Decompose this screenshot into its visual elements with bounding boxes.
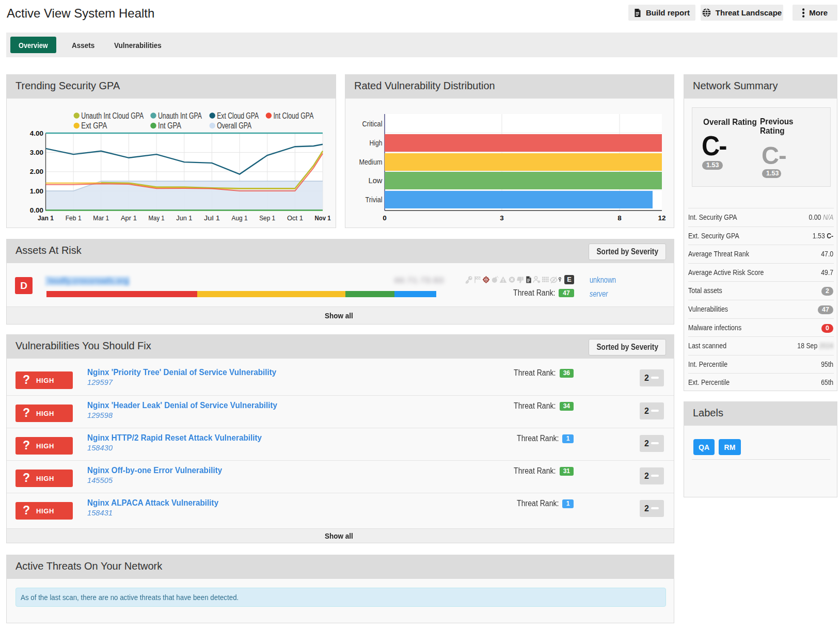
svg-text:4.00: 4.00	[30, 130, 43, 137]
svg-text:1.00: 1.00	[30, 187, 43, 195]
svg-text:Trivial: Trivial	[366, 196, 383, 204]
svg-text:3: 3	[500, 214, 504, 222]
svg-text:Low: Low	[369, 176, 383, 185]
svg-text:Unauth Int Cloud GPA: Unauth Int Cloud GPA	[81, 111, 144, 120]
svg-text:Feb 1: Feb 1	[66, 214, 82, 222]
svg-text:Sep 1: Sep 1	[259, 214, 275, 222]
svg-text:Oct 1: Oct 1	[287, 214, 303, 222]
svg-text:Jul 1: Jul 1	[204, 214, 220, 222]
svg-text:2.00: 2.00	[30, 168, 43, 175]
svg-text:Int GPA: Int GPA	[158, 121, 181, 130]
svg-text:Overall GPA: Overall GPA	[217, 121, 251, 130]
svg-text:Unauth Int GPA: Unauth Int GPA	[158, 111, 202, 120]
svg-text:High: High	[370, 139, 383, 147]
svg-text:Nov 1: Nov 1	[315, 214, 331, 222]
svg-text:May 1: May 1	[149, 214, 165, 222]
svg-text:Apr 1: Apr 1	[121, 214, 137, 222]
svg-text:Ext GPA: Ext GPA	[81, 121, 107, 130]
svg-text:3.00: 3.00	[30, 149, 43, 156]
svg-text:Aug 1: Aug 1	[232, 214, 248, 222]
svg-text:Jan 1: Jan 1	[38, 214, 54, 222]
svg-text:Medium: Medium	[359, 158, 383, 166]
svg-text:Critical: Critical	[362, 120, 383, 128]
svg-text:Mar 1: Mar 1	[93, 214, 109, 222]
svg-text:Int Cloud GPA: Int Cloud GPA	[273, 111, 313, 120]
svg-text:12: 12	[658, 214, 665, 222]
svg-text:0: 0	[383, 214, 387, 222]
svg-text:8: 8	[617, 214, 622, 222]
svg-text:0.00: 0.00	[30, 206, 43, 214]
svg-text:Ext Cloud GPA: Ext Cloud GPA	[217, 111, 259, 120]
svg-text:Jun 1: Jun 1	[176, 214, 192, 222]
